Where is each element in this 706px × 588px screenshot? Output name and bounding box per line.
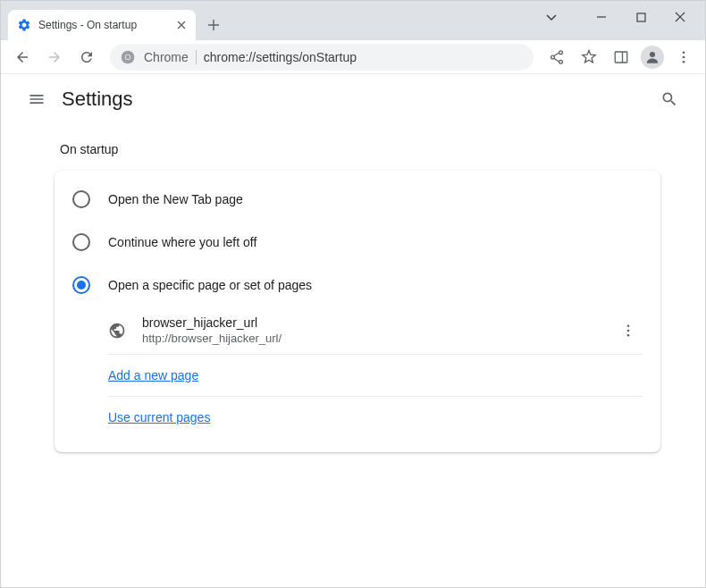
minimize-button[interactable] <box>582 4 621 30</box>
page-title: Settings <box>62 88 133 111</box>
startup-pages-list: browser_hijacker_url http://browser_hija… <box>108 307 643 438</box>
bookmark-button[interactable] <box>575 43 603 71</box>
new-tab-button[interactable] <box>201 13 226 38</box>
radio-icon <box>72 276 90 294</box>
window-titlebar: Settings - On startup <box>1 1 705 40</box>
startup-page-title: browser_hijacker_url <box>142 315 614 330</box>
share-button[interactable] <box>542 43 571 71</box>
reload-button[interactable] <box>72 43 101 71</box>
sidepanel-button[interactable] <box>607 43 635 71</box>
svg-point-9 <box>683 51 685 54</box>
omnibox-separator <box>196 50 197 64</box>
section-title: On startup <box>55 142 660 156</box>
svg-point-14 <box>627 333 630 336</box>
maximize-button[interactable] <box>621 4 660 30</box>
omnibox-url-text: chrome://settings/onStartup <box>204 50 357 64</box>
radio-option-specific-pages[interactable]: Open a specific page or set of pages <box>55 264 660 307</box>
radio-option-new-tab[interactable]: Open the New Tab page <box>55 178 660 221</box>
address-bar[interactable]: Chrome chrome://settings/onStartup <box>110 44 534 71</box>
svg-point-3 <box>126 55 130 59</box>
tab-title-text: Settings - On startup <box>38 19 174 31</box>
svg-point-12 <box>627 324 630 327</box>
gear-icon <box>17 18 31 32</box>
startup-page-row: browser_hijacker_url http://browser_hija… <box>108 307 643 355</box>
kebab-menu-icon[interactable] <box>669 43 698 71</box>
back-button[interactable] <box>8 43 37 71</box>
add-page-row: Add a new page <box>108 355 643 397</box>
hamburger-menu-icon[interactable] <box>19 81 55 117</box>
omnibox-scheme: Chrome <box>144 50 189 64</box>
radio-option-continue[interactable]: Continue where you left off <box>55 221 660 264</box>
settings-content: On startup Open the New Tab page Continu… <box>1 124 705 452</box>
svg-point-13 <box>627 329 630 332</box>
svg-rect-0 <box>637 13 645 21</box>
search-icon[interactable] <box>651 81 687 117</box>
svg-point-5 <box>559 50 563 54</box>
svg-point-10 <box>683 55 685 58</box>
radio-label: Open a specific page or set of pages <box>108 278 312 292</box>
add-new-page-link[interactable]: Add a new page <box>108 368 198 382</box>
close-window-button[interactable] <box>660 4 700 30</box>
svg-point-6 <box>559 60 563 63</box>
close-icon[interactable] <box>174 18 189 32</box>
radio-label: Open the New Tab page <box>108 192 243 206</box>
use-current-row: Use current pages <box>108 397 643 438</box>
globe-icon <box>108 322 126 340</box>
radio-label: Continue where you left off <box>108 235 256 249</box>
radio-icon <box>72 190 90 208</box>
use-current-pages-link[interactable]: Use current pages <box>108 410 210 424</box>
page-more-menu-icon[interactable] <box>614 316 643 345</box>
chrome-icon <box>121 50 135 64</box>
profile-avatar[interactable] <box>641 46 664 69</box>
startup-card: Open the New Tab page Continue where you… <box>55 171 660 452</box>
forward-button[interactable] <box>40 43 69 71</box>
settings-header: Settings <box>1 74 705 124</box>
radio-icon <box>72 233 90 251</box>
window-controls <box>532 1 705 40</box>
svg-rect-7 <box>615 52 627 63</box>
svg-point-4 <box>551 55 555 59</box>
startup-page-url: http://browser_hijacker_url/ <box>142 332 614 345</box>
svg-point-8 <box>650 52 655 57</box>
browser-tab[interactable]: Settings - On startup <box>8 10 196 40</box>
chevron-down-icon[interactable] <box>532 4 571 30</box>
startup-page-info: browser_hijacker_url http://browser_hija… <box>142 315 614 345</box>
browser-toolbar: Chrome chrome://settings/onStartup <box>1 40 705 74</box>
svg-point-11 <box>683 60 685 63</box>
